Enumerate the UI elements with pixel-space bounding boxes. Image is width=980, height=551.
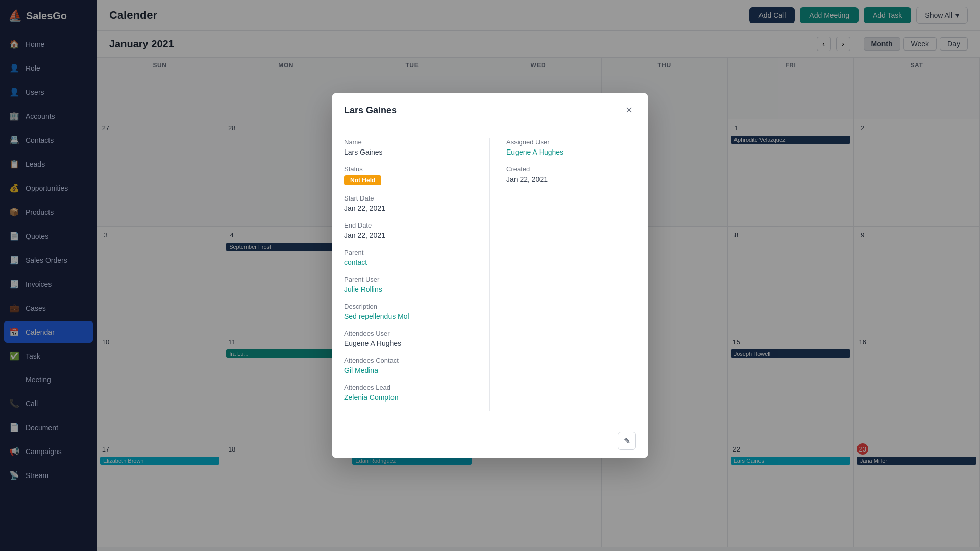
modal-footer: ✎ [332,423,648,458]
event-detail-modal: Lars Gaines ✕ Name Lars Gaines Status No… [332,93,648,458]
end-date-label: End Date [344,221,473,229]
attendees-user-label: Attendees User [344,330,473,337]
modal-overlay[interactable]: Lars Gaines ✕ Name Lars Gaines Status No… [0,0,980,551]
name-field: Name Lars Gaines [344,138,473,156]
modal-title: Lars Gaines [344,105,397,116]
created-field: Created Jan 22, 2021 [506,165,636,183]
description-label: Description [344,303,473,310]
parent-label: Parent [344,248,473,256]
status-label: Status [344,165,473,173]
status-badge: Not Held [344,175,381,185]
created-value: Jan 22, 2021 [506,175,636,183]
parent-field: Parent contact [344,248,473,266]
attendees-user-field: Attendees User Eugene A Hughes [344,330,473,347]
assigned-user-label: Assigned User [506,138,636,146]
name-label: Name [344,138,473,146]
attendees-contact-value: Gil Medina [344,366,473,374]
parent-user-field: Parent User Julie Rollins [344,276,473,293]
description-value: Sed repellendus Mol [344,312,473,320]
modal-body: Name Lars Gaines Status Not Held Start D… [332,126,648,423]
start-date-value: Jan 22, 2021 [344,204,473,212]
start-date-label: Start Date [344,194,473,202]
end-date-value: Jan 22, 2021 [344,231,473,239]
attendees-lead-field: Attendees Lead Zelenia Compton [344,384,473,402]
parent-user-value: Julie Rollins [344,285,473,293]
modal-right-section: Assigned User Eugene A Hughes Created Ja… [490,138,636,411]
attendees-contact-field: Attendees Contact Gil Medina [344,357,473,374]
parent-user-label: Parent User [344,276,473,283]
attendees-user-value: Eugene A Hughes [344,339,473,347]
parent-value: contact [344,258,473,266]
assigned-user-field: Assigned User Eugene A Hughes [506,138,636,156]
modal-close-button[interactable]: ✕ [622,103,636,117]
end-date-field: End Date Jan 22, 2021 [344,221,473,239]
edit-icon: ✎ [624,436,630,446]
attendees-contact-label: Attendees Contact [344,357,473,364]
description-field: Description Sed repellendus Mol [344,303,473,320]
attendees-lead-value: Zelenia Compton [344,393,473,402]
status-field: Status Not Held [344,165,473,185]
attendees-lead-label: Attendees Lead [344,384,473,391]
modal-left-section: Name Lars Gaines Status Not Held Start D… [344,138,490,411]
name-value: Lars Gaines [344,148,473,156]
assigned-user-value: Eugene A Hughes [506,148,636,156]
created-label: Created [506,165,636,173]
modal-header: Lars Gaines ✕ [332,93,648,126]
edit-button[interactable]: ✎ [618,432,636,450]
start-date-field: Start Date Jan 22, 2021 [344,194,473,212]
